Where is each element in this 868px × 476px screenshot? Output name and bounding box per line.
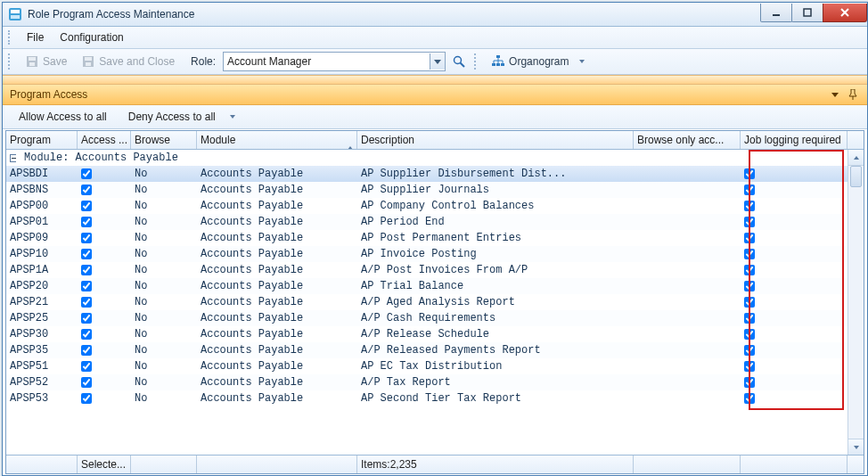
joblog-checkbox[interactable]: [744, 168, 755, 179]
window-maximize-button[interactable]: [791, 4, 823, 22]
joblog-checkbox[interactable]: [744, 297, 755, 308]
cell-job-logging[interactable]: [741, 374, 848, 390]
table-row[interactable]: APSP09NoAccounts PayableAP Post Permanen…: [6, 230, 864, 246]
access-checkbox[interactable]: [81, 361, 92, 372]
access-checkbox[interactable]: [81, 233, 92, 243]
joblog-checkbox[interactable]: [744, 185, 755, 195]
table-row[interactable]: APSP00NoAccounts PayableAP Company Contr…: [6, 198, 864, 214]
cell-access[interactable]: [78, 294, 131, 310]
col-browse-only[interactable]: Browse only acc...: [634, 131, 741, 149]
cell-job-logging[interactable]: [741, 182, 848, 198]
cell-job-logging[interactable]: [741, 166, 848, 182]
cell-job-logging[interactable]: [741, 294, 848, 310]
cell-access[interactable]: [78, 166, 131, 182]
joblog-checkbox[interactable]: [744, 377, 755, 388]
cell-job-logging[interactable]: [741, 342, 848, 358]
cell-job-logging[interactable]: [741, 214, 848, 230]
access-checkbox[interactable]: [81, 297, 92, 308]
access-checkbox[interactable]: [81, 329, 92, 340]
cell-job-logging[interactable]: [741, 390, 848, 406]
cell-job-logging[interactable]: [741, 230, 848, 246]
toolbar-grip-icon[interactable]: [8, 53, 14, 70]
organogram-dropdown-icon[interactable]: [577, 53, 586, 70]
access-checkbox[interactable]: [81, 249, 92, 259]
table-row[interactable]: APSP30NoAccounts PayableA/P Release Sche…: [6, 326, 864, 342]
access-checkbox[interactable]: [81, 281, 92, 291]
role-select[interactable]: Account Manager: [223, 52, 446, 71]
window-close-button[interactable]: [823, 4, 867, 22]
cell-access[interactable]: [78, 310, 131, 326]
allow-access-all-button[interactable]: Allow Access to all: [10, 108, 116, 126]
cell-access[interactable]: [78, 262, 131, 278]
cell-job-logging[interactable]: [741, 278, 848, 294]
table-row[interactable]: APSP20NoAccounts PayableAP Trial Balance: [6, 278, 864, 294]
access-checkbox[interactable]: [81, 377, 92, 388]
access-checkbox[interactable]: [81, 201, 92, 211]
save-and-close-button[interactable]: Save and Close: [76, 53, 180, 70]
scroll-down-icon[interactable]: [848, 439, 864, 455]
deny-access-all-button[interactable]: Deny Access to all: [119, 108, 225, 126]
table-row[interactable]: APSP52NoAccounts PayableA/P Tax Report: [6, 374, 864, 390]
access-checkbox[interactable]: [81, 185, 92, 195]
window-minimize-button[interactable]: [760, 4, 792, 22]
joblog-checkbox[interactable]: [744, 249, 755, 259]
cell-access[interactable]: [78, 246, 131, 262]
cell-access[interactable]: [78, 230, 131, 246]
cell-access[interactable]: [78, 214, 131, 230]
group-collapse-icon[interactable]: [6, 150, 20, 166]
joblog-checkbox[interactable]: [744, 313, 755, 324]
joblog-checkbox[interactable]: [744, 393, 755, 404]
table-row[interactable]: APSP01NoAccounts PayableAP Period End: [6, 214, 864, 230]
cell-access[interactable]: [78, 374, 131, 390]
joblog-checkbox[interactable]: [744, 281, 755, 291]
table-row[interactable]: APSP25NoAccounts PayableA/P Cash Require…: [6, 310, 864, 326]
menu-file[interactable]: File: [20, 29, 51, 45]
access-checkbox[interactable]: [81, 393, 92, 404]
table-row[interactable]: APSP53NoAccounts PayableAP Second Tier T…: [6, 390, 864, 406]
cell-job-logging[interactable]: [741, 358, 848, 374]
scroll-thumb[interactable]: [850, 166, 862, 187]
collapsed-panel[interactable]: [3, 75, 867, 85]
menu-configuration[interactable]: Configuration: [53, 29, 130, 45]
cell-access[interactable]: [78, 278, 131, 294]
col-program[interactable]: Program: [6, 131, 78, 149]
col-description[interactable]: Description: [357, 131, 634, 149]
organogram-button[interactable]: Organogram: [486, 54, 574, 69]
table-row[interactable]: APSBNSNoAccounts PayableAP Supplier Jour…: [6, 182, 864, 198]
search-role-button[interactable]: [449, 52, 469, 71]
access-checkbox[interactable]: [81, 345, 92, 356]
cell-access[interactable]: [78, 390, 131, 406]
col-job-logging[interactable]: Job logging required: [741, 131, 848, 149]
cell-job-logging[interactable]: [741, 198, 848, 214]
save-button[interactable]: Save: [20, 53, 72, 70]
joblog-checkbox[interactable]: [744, 345, 755, 356]
titlebar[interactable]: Role Program Access Maintenance: [3, 3, 867, 27]
cell-job-logging[interactable]: [741, 262, 848, 278]
col-browse[interactable]: Browse: [131, 131, 197, 149]
joblog-checkbox[interactable]: [744, 329, 755, 340]
cell-access[interactable]: [78, 326, 131, 342]
access-dropdown-icon[interactable]: [228, 109, 237, 125]
cell-access[interactable]: [78, 358, 131, 374]
table-row[interactable]: APSP51NoAccounts PayableAP EC Tax Distri…: [6, 358, 864, 374]
joblog-checkbox[interactable]: [744, 233, 755, 243]
cell-job-logging[interactable]: [741, 246, 848, 262]
joblog-checkbox[interactable]: [744, 265, 755, 275]
table-row[interactable]: APSP10NoAccounts PayableAP Invoice Posti…: [6, 246, 864, 262]
panel-menu-icon[interactable]: [828, 87, 842, 102]
joblog-checkbox[interactable]: [744, 201, 755, 211]
col-module[interactable]: Module: [197, 131, 357, 149]
cell-job-logging[interactable]: [741, 326, 848, 342]
table-row[interactable]: APSP35NoAccounts PayableA/P Released Pay…: [6, 342, 864, 358]
role-select-dropdown-icon[interactable]: [430, 53, 445, 70]
col-access[interactable]: Access ...: [78, 131, 131, 149]
scroll-up-icon[interactable]: [848, 150, 864, 166]
table-row[interactable]: APSBDINoAccounts PayableAP Supplier Disb…: [6, 166, 864, 182]
cell-access[interactable]: [78, 198, 131, 214]
table-row[interactable]: APSP1ANoAccounts PayableA/P Post Invoice…: [6, 262, 864, 278]
scroll-track[interactable]: [848, 166, 864, 439]
access-checkbox[interactable]: [81, 313, 92, 324]
program-access-panel-header[interactable]: Program Access: [3, 85, 867, 105]
cell-access[interactable]: [78, 182, 131, 198]
group-row[interactable]: Module: Accounts Payable: [6, 150, 864, 166]
